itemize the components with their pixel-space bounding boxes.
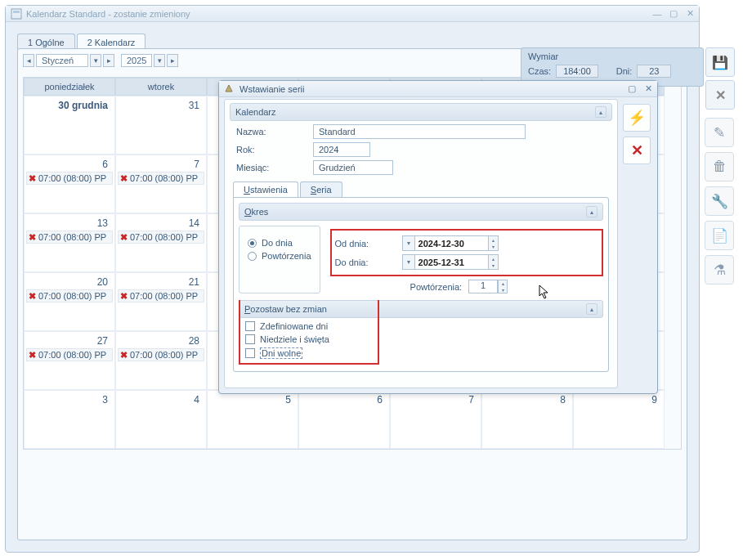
day-event[interactable]: ✖07:00 (08:00) PP: [118, 231, 204, 244]
day-cell[interactable]: 27✖07:00 (08:00) PP: [24, 331, 115, 390]
repeat-row: Powtórzenia: 1 ▴▾: [410, 280, 603, 293]
cb-defined-days[interactable]: Zdefiniowane dni: [245, 321, 373, 331]
side-toolbar: 💾 ✕: [705, 47, 738, 110]
from-spinner[interactable]: ▴▾: [489, 235, 499, 251]
close-panel-button[interactable]: ✕: [705, 80, 735, 110]
from-date-field[interactable]: ▾ 2024-12-30 ▴▾: [402, 235, 499, 251]
series-dialog: Wstawianie serii ▢ ✕ ⚡ ✕ Kalendarz▴ Nazw…: [218, 80, 658, 394]
x-icon: ✖: [29, 350, 36, 361]
cancel-icon: ✕: [631, 141, 643, 159]
day-cell[interactable]: 9: [573, 390, 665, 449]
section-calendar-header[interactable]: Kalendarz▴: [230, 103, 612, 121]
from-row: Od dnia: ▾ 2024-12-30 ▴▾: [335, 235, 598, 251]
day-cell[interactable]: 31: [115, 96, 207, 155]
close-button[interactable]: ✕: [686, 10, 694, 18]
month-select[interactable]: Styczeń: [36, 54, 88, 67]
section-period-header[interactable]: Okres▴: [239, 203, 603, 221]
dialog-actions: ⚡ ✕: [623, 104, 652, 164]
day-num: 31: [189, 100, 199, 111]
dialog-body: Kalendarz▴ Nazwa: Standard Rok: 2024 Mie…: [224, 99, 618, 388]
to-spinner[interactable]: ▴▾: [489, 254, 499, 270]
time-value: 184:00: [556, 65, 598, 78]
prev-month-button[interactable]: ◂: [23, 54, 34, 67]
day-cell[interactable]: 7✖07:00 (08:00) PP: [115, 155, 207, 213]
tab-settings[interactable]: Ustawienia: [233, 181, 298, 197]
to-date-field[interactable]: ▾ 2025-12-31 ▴▾: [402, 254, 499, 270]
minimize-button[interactable]: —: [653, 10, 661, 18]
chevron-down-icon: ▾: [489, 244, 498, 251]
day-cell[interactable]: 4: [115, 390, 207, 449]
day-event[interactable]: ✖07:00 (08:00) PP: [118, 289, 204, 302]
day-event[interactable]: ✖07:00 (08:00) PP: [26, 172, 113, 185]
year-label: Rok:: [236, 145, 308, 155]
tool-note[interactable]: 📄: [705, 221, 734, 250]
to-date-value: 2025-12-31: [415, 254, 489, 270]
day-cell[interactable]: 20✖07:00 (08:00) PP: [24, 272, 115, 331]
days-label: Dni:: [616, 66, 633, 76]
name-label: Nazwa:: [236, 127, 308, 137]
day-event[interactable]: ✖07:00 (08:00) PP: [118, 172, 204, 185]
row-year: Rok: 2024: [236, 142, 606, 157]
year-select[interactable]: 2025: [121, 54, 152, 67]
day-cell[interactable]: 5: [207, 390, 298, 449]
day-cell[interactable]: 3: [24, 390, 115, 449]
chevron-down-icon: ▾: [499, 287, 507, 293]
month-field[interactable]: Grudzień: [313, 160, 393, 175]
name-field[interactable]: Standard: [313, 124, 526, 139]
to-label: Do dnia:: [335, 258, 402, 267]
dialog-close-button[interactable]: ✕: [644, 85, 652, 93]
maximize-button[interactable]: ▢: [669, 10, 678, 18]
x-icon: ✖: [120, 350, 128, 361]
day-cell[interactable]: 30 grudnia: [24, 96, 115, 155]
tool-trash[interactable]: 🗑: [705, 152, 734, 181]
chevron-up-icon: ▴: [489, 255, 498, 262]
tool-wrench[interactable]: 🔧: [705, 186, 734, 216]
radio-repeat[interactable]: Powtórzenia: [248, 251, 311, 261]
day-cell[interactable]: 28✖07:00 (08:00) PP: [115, 331, 207, 390]
day-cell[interactable]: 21✖07:00 (08:00) PP: [115, 272, 207, 331]
chevron-up-icon: ▴: [499, 280, 507, 287]
save-button[interactable]: 💾: [705, 47, 735, 77]
tool-bottle[interactable]: ⚗: [705, 255, 734, 284]
next-month-button[interactable]: ▸: [103, 54, 114, 67]
time-label: Czas:: [528, 66, 551, 76]
period-mode-group: Do dnia Powtórzenia: [239, 226, 320, 293]
x-icon: ✖: [29, 173, 36, 184]
next-year-button[interactable]: ▸: [167, 54, 178, 67]
trash-icon: 🗑: [713, 159, 727, 175]
repeat-field[interactable]: 1 ▴▾: [468, 280, 508, 293]
radio-until[interactable]: Do dnia: [248, 238, 311, 248]
bottle-icon: ⚗: [714, 262, 726, 279]
repeat-spinner[interactable]: ▴▾: [498, 280, 508, 293]
cancel-button[interactable]: ✕: [623, 137, 651, 164]
year-field[interactable]: 2024: [313, 142, 370, 157]
cb-days-off[interactable]: Dni wolne: [245, 347, 373, 359]
apply-button[interactable]: ⚡: [623, 104, 651, 132]
day-cell[interactable]: 6✖07:00 (08:00) PP: [24, 155, 115, 213]
dropdown-icon[interactable]: ▾: [402, 254, 415, 270]
day-cell[interactable]: 6: [298, 390, 390, 449]
day-event[interactable]: ✖07:00 (08:00) PP: [26, 231, 113, 244]
x-icon: ✖: [120, 232, 128, 243]
save-icon: 💾: [712, 55, 728, 70]
far-toolbar: ✎ 🗑 🔧 📄 ⚗: [705, 118, 737, 284]
dialog-maximize-button[interactable]: ▢: [628, 85, 636, 93]
row-month: Miesiąc: Grudzień: [236, 160, 606, 175]
day-cell[interactable]: 14✖07:00 (08:00) PP: [115, 213, 207, 272]
year-dropdown-button[interactable]: ▾: [154, 54, 165, 67]
day-event[interactable]: ✖07:00 (08:00) PP: [26, 289, 113, 302]
svg-rect-1: [13, 11, 20, 13]
day-cell[interactable]: 7: [390, 390, 481, 449]
summary-title: Wymiar: [528, 52, 696, 61]
tab-series[interactable]: Seria: [300, 181, 342, 197]
tool-wand[interactable]: ✎: [705, 118, 734, 147]
app-icon: [11, 8, 22, 20]
month-dropdown-button[interactable]: ▾: [90, 54, 101, 67]
cb-sundays-holidays[interactable]: Niedziele i święta: [245, 334, 373, 344]
day-event[interactable]: ✖07:00 (08:00) PP: [118, 348, 204, 361]
x-icon: ✖: [120, 173, 128, 184]
day-event[interactable]: ✖07:00 (08:00) PP: [26, 348, 113, 361]
dropdown-icon[interactable]: ▾: [402, 235, 415, 251]
day-cell[interactable]: 8: [481, 390, 573, 449]
day-cell[interactable]: 13✖07:00 (08:00) PP: [24, 213, 115, 272]
